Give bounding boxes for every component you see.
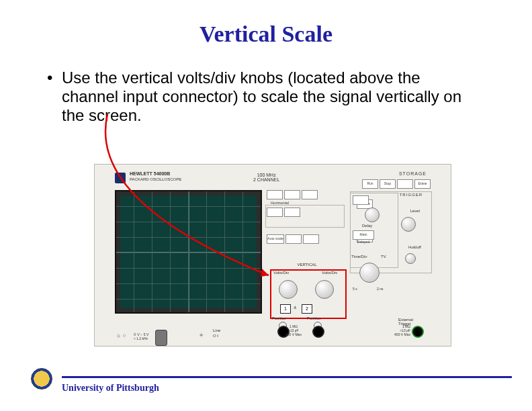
btn-b <box>285 234 302 244</box>
scope-panel: HEWLETT 54600B PACKARD OSCILLOSCOPE 100 … <box>99 169 447 342</box>
ch2-button: 2 <box>302 304 312 314</box>
bandwidth-label: 100 MHz2 CHANNEL <box>253 173 279 182</box>
btn-misc-row: Auto scale <box>267 234 319 244</box>
btn-auto <box>397 179 413 189</box>
level-label: Level <box>410 209 420 213</box>
hp-logo <box>115 173 126 183</box>
ch-vmax: 400 V Max <box>285 332 302 336</box>
bullet-text: • Use the vertical volts/div knobs (loca… <box>62 68 465 125</box>
h-row2: Main Delayed <box>353 230 374 240</box>
trigger-label: TRIGGER <box>400 193 423 197</box>
time-div-knob <box>359 263 380 283</box>
holdoff-knob <box>405 253 416 264</box>
crt-screen <box>115 190 262 314</box>
holdoff-label: Holdoff <box>408 245 421 249</box>
time-5s: 5 s <box>353 287 357 291</box>
university-name: University of Pittsburgh <box>62 383 159 394</box>
btn-main-delayed: Main Delayed <box>353 230 374 240</box>
power-switch <box>155 330 167 346</box>
btn-main <box>353 195 369 205</box>
brand-label: HEWLETT 54600B <box>130 171 170 176</box>
ch1-button: 1 <box>280 304 291 314</box>
brand-label-2: PACKARD OSCILLOSCOPE <box>130 177 181 181</box>
btn-meas3 <box>302 190 318 199</box>
storage-buttons: Run Stop Erase <box>362 179 431 189</box>
btn-meas2 <box>284 190 300 199</box>
storage-label: STORAGE <box>399 171 427 176</box>
delay-knob <box>365 208 380 222</box>
line-01: O I <box>213 334 218 338</box>
ch2-position-label: Position <box>307 316 321 320</box>
tv-label: TV <box>381 255 386 259</box>
plus-minus-icon: ± <box>294 304 296 310</box>
bullet-dot: • <box>47 68 52 87</box>
btn-meas <box>267 190 283 199</box>
footer-rule <box>62 376 512 378</box>
ground-icon: ⏚ <box>200 331 203 338</box>
volts-div-label-2: Volts/Div <box>322 271 337 275</box>
btn-stop: Stop <box>380 179 396 189</box>
ch2-volts-div-knob <box>315 280 334 299</box>
ch1-position-label: Position <box>272 316 286 320</box>
btn-c <box>303 234 319 244</box>
delay-label: Delay <box>362 224 372 228</box>
btn-a: Auto scale <box>267 234 284 244</box>
vertical-section-label: VERTICAL <box>270 263 344 267</box>
btn-run: Run <box>362 179 378 189</box>
softkeys-horizontal <box>267 190 318 199</box>
volts-div-label: Volts/Div <box>273 271 289 275</box>
ext-vmax: 400 V Max <box>394 332 410 336</box>
bullet-body: Use the vertical volts/div knobs (locate… <box>62 68 461 124</box>
cal-0v: 0 V ⎓ 5 V ≈ 1.2 kHz <box>134 332 148 340</box>
btn-erase: Erase <box>414 179 431 189</box>
ch1-volts-div-knob <box>279 280 298 299</box>
level-knob <box>401 217 416 232</box>
crt-grid <box>116 191 261 312</box>
time-2ns: 2 ns <box>377 287 383 291</box>
h-row1 <box>353 195 369 205</box>
line-label: Line <box>213 328 220 332</box>
university-seal-icon <box>31 368 52 390</box>
intensity-icon: ☼ ○ <box>116 332 126 338</box>
save-recall-box <box>265 205 345 228</box>
ext-trigger-bnc <box>412 326 424 338</box>
oscilloscope-image: HEWLETT 54600B PACKARD OSCILLOSCOPE 100 … <box>94 164 451 347</box>
time-div-label: Time/Div <box>351 255 367 259</box>
ch2-bnc <box>312 326 324 338</box>
slide-title: Vertical Scale <box>0 21 532 47</box>
